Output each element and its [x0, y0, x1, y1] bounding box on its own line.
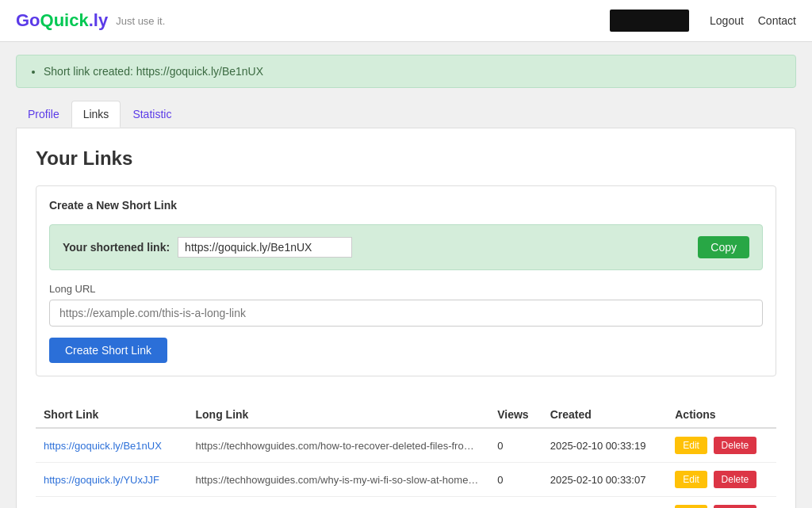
tab-links[interactable]: Links: [71, 101, 121, 128]
long-url-input[interactable]: [49, 300, 763, 327]
short-link-anchor[interactable]: https://goquick.ly/YUxJJF: [44, 474, 159, 486]
created-cell: 2025-02-10 00:33:07: [542, 463, 668, 497]
logo-ly: .ly: [89, 10, 108, 30]
shortened-result: Your shortened link: Copy: [49, 224, 763, 270]
edit-button[interactable]: Edit: [675, 471, 707, 488]
col-created: Created: [542, 402, 668, 428]
long-link-cell: https://techhowguides.com/why-is-my-wi-f…: [187, 463, 489, 497]
logout-link[interactable]: Logout: [710, 14, 744, 27]
tabs: Profile Links Statistic: [0, 101, 812, 128]
col-long-link: Long Link: [187, 402, 489, 428]
created-cell: 2025-02-10 00:32:45: [542, 497, 668, 509]
table-row: https://goquick.ly/YUxJJF https://techho…: [36, 463, 776, 497]
col-short-link: Short Link: [36, 402, 187, 428]
long-link-cell: https://techhowguides.com/top-5-password…: [187, 497, 489, 509]
logo-go: Go: [16, 10, 40, 30]
short-link-anchor[interactable]: https://goquick.ly/Be1nUX: [44, 440, 162, 452]
tab-profile[interactable]: Profile: [16, 101, 71, 128]
links-table: Short Link Long Link Views Created Actio…: [36, 402, 776, 508]
table-row: https://goquick.ly/Be1nUX https://techho…: [36, 428, 776, 463]
shortened-link-input[interactable]: [178, 237, 352, 258]
col-actions: Actions: [667, 402, 776, 428]
actions-cell: Edit Delete: [667, 463, 776, 497]
logo: GoQuick.ly: [16, 10, 108, 31]
shortened-label: Your shortened link:: [63, 241, 170, 254]
table-header-row: Short Link Long Link Views Created Actio…: [36, 402, 776, 428]
delete-button[interactable]: Delete: [714, 437, 757, 454]
edit-button[interactable]: Edit: [675, 437, 707, 454]
page-title: Your Links: [36, 147, 776, 170]
table-row: https://goquick.ly/3RSNY4 https://techho…: [36, 497, 776, 509]
short-link-cell: https://goquick.ly/3RSNY4: [36, 497, 187, 509]
views-cell: 0: [489, 463, 542, 497]
links-table-wrapper: Short Link Long Link Views Created Actio…: [36, 395, 776, 508]
user-avatar-box: [610, 10, 689, 32]
short-link-cell: https://goquick.ly/YUxJJF: [36, 463, 187, 497]
header-tagline: Just use it.: [116, 15, 165, 27]
logo-quick: Quick: [40, 10, 89, 30]
actions-cell: Edit Delete: [667, 428, 776, 463]
long-link-cell: https://techhowguides.com/how-to-recover…: [187, 428, 489, 463]
alert-message: Short link created: https://goquick.ly/B…: [44, 65, 783, 78]
delete-button[interactable]: Delete: [714, 471, 757, 488]
views-cell: 1: [489, 497, 542, 509]
short-link-cell: https://goquick.ly/Be1nUX: [36, 428, 187, 463]
copy-button[interactable]: Copy: [698, 236, 749, 258]
create-box-title: Create a New Short Link: [49, 199, 763, 212]
tab-statistic[interactable]: Statistic: [121, 101, 183, 128]
header-nav: Logout Contact: [699, 14, 796, 27]
main-content: Your Links Create a New Short Link Your …: [16, 128, 796, 508]
create-short-link-button[interactable]: Create Short Link: [49, 338, 167, 363]
delete-button[interactable]: Delete: [714, 505, 757, 508]
views-cell: 0: [489, 428, 542, 463]
created-cell: 2025-02-10 00:33:19: [542, 428, 668, 463]
header: GoQuick.ly Just use it. Logout Contact: [0, 0, 812, 42]
actions-cell: Edit Delete: [667, 497, 776, 509]
col-views: Views: [489, 402, 542, 428]
long-url-label: Long URL: [49, 283, 763, 295]
contact-link[interactable]: Contact: [758, 14, 796, 27]
create-box: Create a New Short Link Your shortened l…: [36, 185, 776, 376]
alert-banner: Short link created: https://goquick.ly/B…: [16, 55, 796, 88]
edit-button[interactable]: Edit: [675, 505, 707, 508]
